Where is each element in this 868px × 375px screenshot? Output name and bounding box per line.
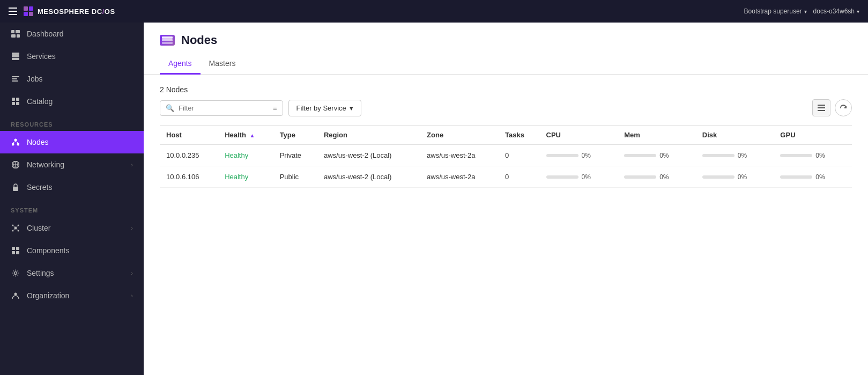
col-header-type: Type bbox=[273, 126, 317, 145]
sidebar-item-secrets[interactable]: Secrets bbox=[0, 176, 144, 198]
col-header-health[interactable]: Health ▲ bbox=[218, 126, 273, 145]
col-header-region: Region bbox=[317, 126, 420, 145]
pct-label: 0% bbox=[815, 152, 828, 159]
progress-bar-container: 0% bbox=[702, 173, 768, 181]
brand-logo: MESOSPHERE DC/OS bbox=[23, 5, 115, 17]
refresh-button[interactable] bbox=[835, 99, 852, 116]
progress-bar-container: 0% bbox=[702, 152, 768, 159]
progress-bar-container: 0% bbox=[546, 152, 612, 159]
pct-label: 0% bbox=[659, 173, 672, 181]
table-row[interactable]: 10.0.0.235 Healthy Private aws/us-west-2… bbox=[160, 145, 852, 166]
brand-icon bbox=[23, 5, 34, 17]
networking-icon bbox=[11, 160, 20, 170]
page-header: Nodes bbox=[144, 23, 868, 47]
svg-rect-15 bbox=[16, 98, 19, 101]
svg-rect-0 bbox=[24, 6, 28, 11]
svg-rect-39 bbox=[12, 251, 15, 254]
svg-rect-5 bbox=[16, 30, 20, 33]
svg-line-21 bbox=[13, 142, 16, 143]
svg-rect-6 bbox=[11, 34, 16, 38]
tabs-bar: Agents Masters bbox=[144, 54, 868, 75]
system-section-label: System bbox=[0, 198, 144, 217]
organization-icon bbox=[11, 291, 20, 300]
cell-host: 10.0.6.106 bbox=[160, 166, 218, 188]
filter-by-service-button[interactable]: Filter by Service ▾ bbox=[288, 100, 361, 116]
organization-arrow-icon: › bbox=[131, 292, 133, 299]
jobs-icon bbox=[11, 74, 20, 84]
networking-arrow-icon: › bbox=[131, 161, 133, 168]
cell-gpu: 0% bbox=[774, 145, 852, 166]
page-title: Nodes bbox=[181, 33, 217, 47]
sidebar-item-components[interactable]: Components bbox=[0, 239, 144, 262]
cell-cpu: 0% bbox=[540, 145, 618, 166]
nodes-icon bbox=[11, 137, 20, 147]
table-row[interactable]: 10.0.6.106 Healthy Public aws/us-west-2 … bbox=[160, 166, 852, 188]
sidebar-item-nodes[interactable]: Nodes bbox=[0, 131, 144, 153]
sidebar-item-jobs[interactable]: Jobs bbox=[0, 68, 144, 90]
svg-point-41 bbox=[14, 272, 17, 275]
progress-bar bbox=[546, 175, 578, 179]
dashboard-icon bbox=[11, 29, 20, 39]
svg-line-22 bbox=[16, 142, 18, 143]
svg-rect-44 bbox=[162, 39, 173, 41]
progress-bar bbox=[702, 154, 735, 157]
cluster-menu[interactable]: docs-o34w6sh ▾ bbox=[813, 8, 859, 15]
col-header-host[interactable]: Host bbox=[160, 126, 218, 145]
catalog-icon bbox=[11, 97, 20, 106]
search-box: 🔍 ≡ bbox=[160, 100, 283, 116]
main-content: Nodes Agents Masters 2 Nodes 🔍 ≡ Filter … bbox=[144, 23, 868, 375]
col-header-zone: Zone bbox=[420, 126, 499, 145]
user-chevron-icon: ▾ bbox=[804, 9, 807, 14]
sidebar-item-settings[interactable]: Settings › bbox=[0, 262, 144, 284]
svg-rect-2 bbox=[24, 12, 28, 16]
topbar-left: MESOSPHERE DC/OS bbox=[9, 5, 115, 17]
col-header-cpu: CPU bbox=[540, 126, 618, 145]
cluster-icon bbox=[11, 223, 20, 233]
svg-point-31 bbox=[12, 230, 14, 232]
progress-bar bbox=[780, 154, 812, 157]
sidebar-item-networking[interactable]: Networking › bbox=[0, 153, 144, 176]
hamburger-menu[interactable] bbox=[9, 8, 17, 15]
col-header-mem: Mem bbox=[618, 126, 696, 145]
user-menu[interactable]: Bootstrap superuser ▾ bbox=[744, 8, 807, 15]
svg-rect-11 bbox=[12, 76, 19, 77]
sidebar-item-cluster[interactable]: Cluster › bbox=[0, 217, 144, 239]
svg-point-18 bbox=[14, 139, 17, 142]
svg-rect-14 bbox=[12, 98, 15, 101]
col-header-gpu: GPU bbox=[774, 126, 852, 145]
cell-disk: 0% bbox=[696, 166, 774, 188]
sidebar: Dashboard Services Jobs bbox=[0, 23, 144, 375]
tab-agents[interactable]: Agents bbox=[160, 54, 201, 75]
cell-region: aws/us-west-2 (Local) bbox=[317, 166, 420, 188]
progress-bar bbox=[702, 175, 735, 179]
svg-line-36 bbox=[17, 229, 18, 230]
progress-bar-container: 0% bbox=[780, 173, 845, 181]
tab-masters[interactable]: Masters bbox=[201, 54, 244, 75]
cluster-arrow-icon: › bbox=[131, 225, 133, 231]
sidebar-item-organization[interactable]: Organization › bbox=[0, 284, 144, 307]
cell-type: Public bbox=[273, 166, 317, 188]
filter-bar: 🔍 ≡ Filter by Service ▾ bbox=[144, 99, 868, 125]
svg-rect-3 bbox=[29, 12, 33, 16]
resources-section-label: Resources bbox=[0, 113, 144, 131]
pct-label: 0% bbox=[582, 173, 595, 181]
svg-rect-37 bbox=[12, 247, 15, 250]
svg-point-19 bbox=[12, 143, 14, 146]
filter-toggle-icon[interactable]: ≡ bbox=[273, 104, 277, 112]
table-container: Host Health ▲ Type Region Zone Tasks CPU… bbox=[144, 125, 868, 188]
progress-bar bbox=[780, 175, 812, 179]
svg-rect-7 bbox=[17, 34, 20, 38]
progress-bar bbox=[624, 175, 656, 179]
progress-bar-container: 0% bbox=[624, 152, 689, 159]
svg-line-34 bbox=[17, 226, 18, 227]
topbar-right: Bootstrap superuser ▾ docs-o34w6sh ▾ bbox=[744, 8, 859, 15]
sidebar-item-services[interactable]: Services bbox=[0, 45, 144, 68]
sidebar-item-dashboard[interactable]: Dashboard bbox=[0, 23, 144, 45]
cell-gpu: 0% bbox=[774, 166, 852, 188]
svg-rect-48 bbox=[818, 110, 825, 111]
svg-rect-1 bbox=[29, 6, 33, 11]
cell-host: 10.0.0.235 bbox=[160, 145, 218, 166]
list-view-button[interactable] bbox=[812, 99, 830, 116]
search-input[interactable] bbox=[179, 104, 269, 112]
sidebar-item-catalog[interactable]: Catalog bbox=[0, 90, 144, 113]
